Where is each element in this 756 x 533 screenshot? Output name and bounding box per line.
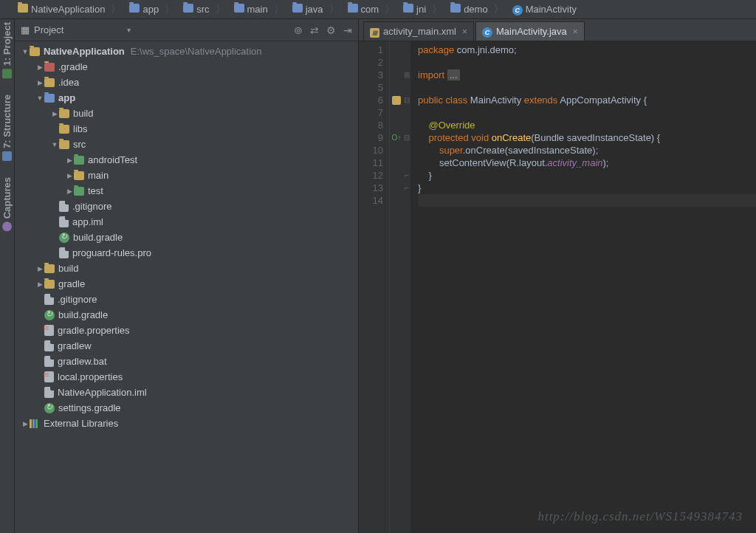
tree-node[interactable]: ▶.idea xyxy=(15,75,358,90)
tree-node[interactable]: ▶app.iml xyxy=(15,214,358,230)
tree-node[interactable]: ▶build.gradle xyxy=(15,307,358,323)
expand-arrow-icon[interactable]: ▶ xyxy=(35,79,44,86)
tree-node[interactable]: ▶gradle.properties xyxy=(15,323,358,338)
breadcrumb-item[interactable]: CMainActivity xyxy=(508,4,581,16)
breadcrumb-item[interactable]: com〉 xyxy=(343,3,399,16)
breadcrumb-label: java xyxy=(306,4,323,15)
tree-node[interactable]: ▶build xyxy=(15,261,358,276)
project-view-label[interactable]: Project xyxy=(34,24,63,35)
expand-arrow-icon[interactable]: ▼ xyxy=(21,48,30,55)
folder-icon xyxy=(59,125,69,134)
tree-label: .gitignore xyxy=(58,294,97,305)
folder-icon xyxy=(59,109,69,118)
tree-label: gradlew xyxy=(58,340,92,351)
file-icon xyxy=(44,294,54,305)
tree-node[interactable]: ▶gradle xyxy=(15,276,358,292)
tree-node[interactable]: ▶External Libraries xyxy=(15,416,358,431)
editor-tab[interactable]: CMainActivity.java× xyxy=(475,21,585,41)
breadcrumb-item[interactable]: jni〉 xyxy=(399,3,446,16)
file-icon xyxy=(44,387,54,398)
toolbar-button[interactable]: ⇥ xyxy=(343,24,352,36)
close-icon[interactable]: × xyxy=(462,27,467,37)
chevron-right-icon: 〉 xyxy=(165,3,174,16)
xml-icon: ▦ xyxy=(370,26,379,38)
project-tree: ▼NativeApplicationE:\ws_space\NativeAppl… xyxy=(15,41,358,533)
line-number: 12 xyxy=(359,169,383,182)
line-number: 14 xyxy=(359,194,383,207)
breadcrumb-label: NativeApplication xyxy=(31,4,105,15)
chevron-right-icon: 〉 xyxy=(385,3,394,16)
tree-node[interactable]: ▼NativeApplicationE:\ws_space\NativeAppl… xyxy=(15,44,358,59)
override-marker-icon[interactable]: O↑ xyxy=(392,131,402,144)
folder-icon xyxy=(403,4,413,15)
expand-arrow-icon[interactable]: ▶ xyxy=(65,157,74,164)
expand-arrow-icon[interactable]: ▶ xyxy=(50,110,59,117)
tree-node[interactable]: ▶build xyxy=(15,106,358,121)
folder-icon xyxy=(129,4,140,15)
fold-expand-icon[interactable]: ⊞ xyxy=(403,69,410,81)
folder-icon xyxy=(292,4,303,15)
tree-node[interactable]: ▶gradlew.bat xyxy=(15,354,358,369)
tree-node[interactable]: ▶.gitignore xyxy=(15,292,358,307)
gutter-structure[interactable]: 7: Structure xyxy=(1,94,13,161)
folder-icon xyxy=(44,264,55,273)
tree-label: app.iml xyxy=(72,216,103,227)
breadcrumb-item[interactable]: src〉 xyxy=(179,3,229,16)
chevron-right-icon: 〉 xyxy=(494,3,504,16)
toolbar-button[interactable]: ⇄ xyxy=(310,24,319,36)
tree-label: External Libraries xyxy=(44,418,118,429)
expand-arrow-icon[interactable]: ▶ xyxy=(65,188,74,195)
tree-node[interactable]: ▶local.properties xyxy=(15,369,358,385)
gutter-project[interactable]: 1: Project xyxy=(1,22,13,78)
tree-node[interactable]: ▶settings.gradle xyxy=(15,400,358,416)
toolbar-button[interactable]: ⚙ xyxy=(326,24,336,36)
toolbar-button[interactable]: ⊚ xyxy=(294,24,303,36)
tree-node[interactable]: ▶gradlew xyxy=(15,338,358,354)
gutter-captures[interactable]: Captures xyxy=(1,177,13,231)
tree-node[interactable]: ▶libs xyxy=(15,121,358,137)
tree-node[interactable]: ▶proguard-rules.pro xyxy=(15,245,358,261)
close-icon[interactable]: × xyxy=(573,27,578,37)
tree-node[interactable]: ▶main xyxy=(15,168,358,183)
folder-icon xyxy=(183,4,193,15)
folder-icon xyxy=(74,171,84,180)
line-number: 1 xyxy=(359,44,383,56)
tree-node[interactable]: ▶androidTest xyxy=(15,152,358,168)
code-body[interactable]: package com.jni.demo; import ... public … xyxy=(410,41,756,533)
breadcrumb-item[interactable]: main〉 xyxy=(230,3,288,16)
tree-node[interactable]: ▶.gradle xyxy=(15,59,358,75)
tree-node[interactable]: ▶NativeApplication.iml xyxy=(15,385,358,400)
tree-node[interactable]: ▶build.gradle xyxy=(15,230,358,245)
expand-arrow-icon[interactable]: ▶ xyxy=(35,281,44,288)
expand-arrow-icon[interactable]: ▶ xyxy=(65,172,74,179)
line-number: 2 xyxy=(359,56,383,69)
tree-node[interactable]: ▶.gitignore xyxy=(15,199,358,214)
properties-icon xyxy=(44,325,54,336)
tree-label: NativeApplication.iml xyxy=(58,387,147,398)
tree-label: .gitignore xyxy=(72,201,111,212)
tree-label: .idea xyxy=(58,77,79,88)
expand-arrow-icon[interactable]: ▶ xyxy=(21,420,30,427)
expand-arrow-icon[interactable]: ▶ xyxy=(35,63,44,71)
line-number: 5 xyxy=(359,81,383,94)
editor-tab[interactable]: ▦activity_main.xml× xyxy=(363,21,474,41)
expand-arrow-icon[interactable]: ▼ xyxy=(35,94,44,102)
file-icon xyxy=(44,356,54,367)
tree-label: proguard-rules.pro xyxy=(72,247,151,258)
line-number: 3 xyxy=(359,69,383,81)
line-number: 6 xyxy=(359,94,383,106)
tree-node[interactable]: ▶test xyxy=(15,183,358,199)
tree-node[interactable]: ▼app xyxy=(15,90,358,106)
tree-label: build.gradle xyxy=(58,309,108,320)
dropdown-icon[interactable]: ▾ xyxy=(127,26,131,34)
tree-node[interactable]: ▼src xyxy=(15,137,358,152)
tree-label: gradlew.bat xyxy=(58,356,107,367)
folder-icon xyxy=(74,156,84,165)
code-editor[interactable]: 123567891011121314 O↑ ⊞⊟⊟⌐⌐ package com.… xyxy=(359,41,756,533)
expand-arrow-icon[interactable]: ▼ xyxy=(50,141,59,148)
breadcrumb-item[interactable]: java〉 xyxy=(288,3,343,16)
breadcrumb-item[interactable]: app〉 xyxy=(125,3,179,16)
breadcrumb-item[interactable]: NativeApplication〉 xyxy=(13,3,125,16)
expand-arrow-icon[interactable]: ▶ xyxy=(35,265,44,272)
breadcrumb-item[interactable]: demo〉 xyxy=(446,3,508,16)
